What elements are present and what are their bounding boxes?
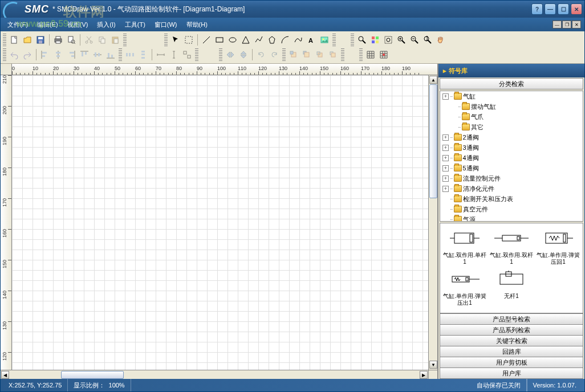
scroll-up-button[interactable]: ▲ xyxy=(429,76,437,84)
ellipse-tool-button[interactable] xyxy=(226,34,239,46)
print-preview-button[interactable] xyxy=(65,34,78,46)
panel-tab[interactable]: 关键字检索 xyxy=(440,335,583,346)
same-size-button[interactable] xyxy=(181,48,193,61)
image-tool-button[interactable] xyxy=(318,34,331,46)
toolbar-grip[interactable] xyxy=(219,48,222,61)
symbol-thumbnail[interactable]: 气缸.双作用.双杆1 xyxy=(489,227,534,266)
bring-front-button[interactable] xyxy=(287,48,300,61)
toolbar-grip[interactable] xyxy=(332,34,336,46)
rotate-left-button[interactable] xyxy=(255,48,267,61)
symbol-thumbnail[interactable]: 无杆1 xyxy=(489,268,534,307)
ruler-vertical[interactable]: 210200190180170160150140130120 xyxy=(1,75,12,370)
panel-tab[interactable]: 回路库 xyxy=(440,346,583,357)
menu-edit[interactable]: 编辑(E) xyxy=(34,19,62,30)
cut-button[interactable] xyxy=(83,34,95,46)
category-search-tab[interactable]: 分类检索 xyxy=(440,78,583,89)
panel-tab[interactable]: 产品型号检索 xyxy=(440,313,583,325)
tree-item[interactable]: ···摆动气缸 xyxy=(440,101,583,112)
send-back-button[interactable] xyxy=(300,48,313,61)
expander-icon[interactable]: + xyxy=(442,134,449,141)
copy-button[interactable] xyxy=(96,34,108,46)
arc-tool-button[interactable] xyxy=(279,34,291,46)
same-height-button[interactable] xyxy=(168,48,180,61)
tree-item[interactable]: +···气缸 xyxy=(440,91,583,101)
toolbar-grip[interactable] xyxy=(351,34,354,46)
pan-button[interactable] xyxy=(434,34,447,46)
tree-item[interactable]: +···清净化元件 xyxy=(440,183,583,194)
help-button[interactable]: ? xyxy=(531,3,543,15)
align-center-v-button[interactable] xyxy=(91,48,104,61)
menu-window[interactable]: 窗口(W) xyxy=(151,19,181,30)
toolbar-grip[interactable] xyxy=(3,34,6,46)
scroll-down-button[interactable]: ▼ xyxy=(429,361,437,369)
flip-h-button[interactable] xyxy=(224,48,237,61)
panel-tab[interactable]: 用户库 xyxy=(440,368,583,379)
menu-view[interactable]: 视图(V) xyxy=(64,19,92,30)
align-bottom-button[interactable] xyxy=(104,48,117,61)
tree-item[interactable]: ···检测开关和压力表 xyxy=(440,194,583,204)
expander-icon[interactable]: + xyxy=(442,155,449,161)
menu-insert[interactable]: 插入(I) xyxy=(94,19,119,30)
mdi-close-button[interactable]: ✕ xyxy=(572,21,581,28)
toolbar-grip[interactable] xyxy=(195,48,198,61)
scroll-left-button[interactable]: ◀ xyxy=(1,371,9,379)
drawing-canvas[interactable] xyxy=(12,75,428,370)
scroll-right-button[interactable]: ▶ xyxy=(420,371,428,379)
tree-item[interactable]: +···2通阀 xyxy=(440,132,583,142)
symbol-thumbnail[interactable]: 气缸.双作用.单杆1 xyxy=(442,227,487,266)
align-center-h-button[interactable] xyxy=(52,48,64,61)
scroll-thumb-h[interactable] xyxy=(61,371,124,379)
symbol-thumbnail[interactable]: 气缸.单作用.弹簧压回1 xyxy=(536,227,580,266)
expander-icon[interactable]: + xyxy=(442,175,449,182)
toolbar-grip[interactable] xyxy=(341,48,344,61)
menu-file[interactable]: 文件(F) xyxy=(4,19,31,30)
tree-item[interactable]: +···5通阀 xyxy=(440,163,583,173)
undo-button[interactable] xyxy=(8,48,21,61)
mdi-restore-button[interactable]: ❐ xyxy=(562,21,571,28)
text-tool-button[interactable]: A xyxy=(305,34,318,46)
toolbar-grip[interactable] xyxy=(3,48,6,61)
curve-tool-button[interactable] xyxy=(292,34,304,46)
save-button[interactable] xyxy=(34,34,47,46)
polyline-tool-button[interactable] xyxy=(253,34,265,46)
print-button[interactable] xyxy=(52,34,64,46)
tree-item[interactable]: ···气爪 xyxy=(440,112,583,122)
line-tool-button[interactable] xyxy=(200,34,213,46)
close-button[interactable]: ✕ xyxy=(571,3,582,15)
zoom-fit-button[interactable] xyxy=(369,34,381,46)
menu-tools[interactable]: 工具(T) xyxy=(121,19,149,30)
mdi-minimize-button[interactable]: — xyxy=(552,21,562,28)
redo-button[interactable] xyxy=(21,48,34,61)
align-top-button[interactable] xyxy=(78,48,91,61)
snap-grid-button[interactable] xyxy=(377,48,390,61)
toolbar-grip[interactable] xyxy=(123,34,127,46)
align-left-button[interactable] xyxy=(39,48,51,61)
tree-item[interactable]: +···4通阀 xyxy=(440,153,583,163)
zoom-button[interactable] xyxy=(356,34,368,46)
ruler-horizontal[interactable]: 0102030405060708090100110120130140150160… xyxy=(12,64,437,75)
rect-tool-button[interactable] xyxy=(213,34,226,46)
expander-icon[interactable]: + xyxy=(442,186,449,192)
toolbar-grip[interactable] xyxy=(164,34,168,46)
tree-item[interactable]: +···3通阀 xyxy=(440,142,583,153)
vertical-scrollbar[interactable]: ▲ ▼ xyxy=(428,75,437,370)
minimize-button[interactable]: — xyxy=(545,3,556,15)
tree-item[interactable]: ···其它 xyxy=(440,122,583,132)
tree-item[interactable]: ···真空元件 xyxy=(440,204,583,214)
toolbar-grip[interactable] xyxy=(119,48,122,61)
paste-button[interactable] xyxy=(109,34,121,46)
panel-tab[interactable]: 用户剪切板 xyxy=(440,357,583,368)
horizontal-scrollbar[interactable]: ◀ ▶ xyxy=(1,370,437,379)
same-width-button[interactable] xyxy=(155,48,167,61)
menu-help[interactable]: 帮助(H) xyxy=(183,19,211,30)
expander-icon[interactable]: + xyxy=(442,93,449,100)
zoom-actual-button[interactable]: 1 xyxy=(421,34,434,46)
bring-forward-button[interactable] xyxy=(314,48,326,61)
expander-icon[interactable]: + xyxy=(442,145,449,151)
scroll-thumb-v[interactable] xyxy=(429,84,437,198)
polygon-tool-button[interactable] xyxy=(266,34,278,46)
pointer-tool-button[interactable] xyxy=(169,34,182,46)
grid-button[interactable] xyxy=(364,48,377,61)
open-button[interactable] xyxy=(21,34,34,46)
toolbar-grip[interactable] xyxy=(282,48,286,61)
